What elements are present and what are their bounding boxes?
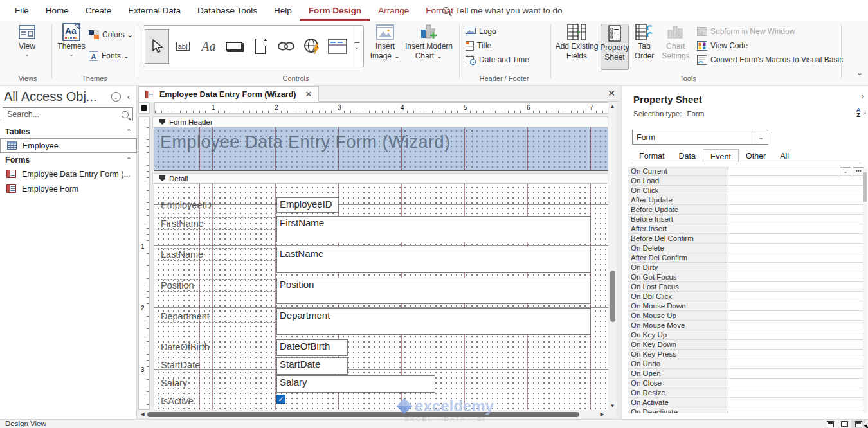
property-value-cell[interactable]	[728, 292, 865, 301]
property-name[interactable]: On Got Focus	[628, 272, 728, 281]
nav-item-employee-data-entry-form-[interactable]: Employee Data Entry Form (...	[0, 166, 137, 181]
property-value-cell[interactable]	[728, 272, 865, 281]
property-value-cell[interactable]	[728, 224, 865, 233]
menu-tab-form-design[interactable]: Form Design	[300, 0, 370, 21]
field-label-employeeid[interactable]: EmployeeID	[158, 199, 275, 211]
textbox-position[interactable]: Position	[276, 278, 591, 304]
property-name[interactable]: On Load	[628, 176, 728, 185]
add-existing-fields-button[interactable]: Add Existing Fields	[554, 23, 599, 60]
field-label-salary[interactable]: Salary	[158, 377, 275, 389]
property-value-cell[interactable]	[728, 330, 865, 339]
property-value-cell[interactable]	[728, 282, 865, 291]
property-value-cell[interactable]	[728, 407, 865, 413]
textbox-department[interactable]: Department	[276, 308, 591, 335]
property-value-cell[interactable]	[728, 195, 865, 204]
property-scrollbar[interactable]	[863, 168, 867, 413]
property-value-cell[interactable]	[728, 263, 865, 272]
property-name[interactable]: After Del Confirm	[628, 253, 728, 262]
form-header-canvas[interactable]: Employee Data Entry Form (Wizard)	[154, 127, 608, 171]
document-tab[interactable]: Employee Data Entry Form (Wizard) ✕	[138, 86, 319, 102]
colors-button[interactable]: Colors ⌄	[89, 29, 133, 40]
ruler-corner-button[interactable]	[138, 102, 150, 114]
textbox-employeeid[interactable]: EmployeeID	[276, 197, 339, 213]
textbox-salary[interactable]: Salary	[276, 375, 435, 393]
textbox-dateofbirth[interactable]: DateOfBirth	[276, 339, 348, 356]
field-label-isactive[interactable]: IsActive	[158, 395, 275, 407]
property-name[interactable]: After Insert	[628, 224, 728, 233]
header-title-control[interactable]: Employee Data Entry Form (Wizard)	[156, 129, 473, 168]
property-value-cell[interactable]	[728, 321, 865, 330]
property-name[interactable]: On Activate	[628, 398, 728, 407]
view-button[interactable]: View ⌄	[12, 23, 42, 56]
horizontal-scroll-thumb[interactable]	[147, 412, 579, 417]
hyperlink-tool[interactable]	[274, 29, 298, 64]
collapse-ribbon-button[interactable]: ⌄	[856, 68, 863, 77]
property-value-cell[interactable]	[728, 359, 865, 368]
detail-canvas[interactable]: EmployeeIDEmployeeIDFirstNameFirstNameLa…	[154, 184, 608, 410]
menu-tab-database-tools[interactable]: Database Tools	[189, 0, 266, 21]
property-value-cell[interactable]	[728, 186, 865, 195]
logo-button[interactable]: Logo	[466, 26, 496, 37]
vertical-ruler[interactable]: 123	[138, 116, 150, 410]
document-close-icon[interactable]: ✕	[608, 88, 615, 98]
menu-tab-external-data[interactable]: External Data	[120, 0, 189, 21]
property-scroll-thumb[interactable]	[863, 172, 867, 202]
property-value-cell[interactable]	[728, 379, 865, 388]
property-name[interactable]: On Close	[628, 379, 728, 388]
property-value-cell[interactable]	[728, 215, 865, 224]
panel-close-icon[interactable]: ›	[862, 91, 864, 101]
tell-me-search[interactable]: Tell me what you want to do	[442, 0, 563, 21]
nav-section-forms[interactable]: Forms⌃	[0, 153, 137, 166]
tab-other[interactable]: Other	[739, 150, 773, 163]
property-name[interactable]: On Deactivate	[628, 407, 728, 413]
property-value-cell[interactable]	[728, 311, 865, 320]
property-value-cell[interactable]	[728, 398, 865, 407]
tab-all[interactable]: All	[773, 150, 796, 163]
tab-control-tool[interactable]	[248, 29, 273, 64]
property-value-cell[interactable]	[728, 369, 865, 378]
tab-order-button[interactable]: Tab Order	[631, 23, 657, 60]
property-sheet-button[interactable]: Property Sheet	[601, 24, 629, 70]
select-tool[interactable]	[145, 29, 169, 64]
sort-az-icon[interactable]: AZ	[854, 107, 863, 118]
design-view-icon[interactable]	[851, 420, 865, 428]
property-value-cell[interactable]	[728, 244, 865, 253]
property-value-cell[interactable]	[728, 350, 865, 359]
property-name[interactable]: On Click	[628, 186, 728, 195]
property-value-cell[interactable]	[728, 253, 865, 262]
label-tool[interactable]: Aa	[196, 29, 221, 64]
object-selector-dropdown[interactable]: Form ⌄	[632, 130, 768, 145]
tab-data[interactable]: Data	[672, 150, 703, 163]
nav-item-employee-form[interactable]: Employee Form	[0, 181, 137, 196]
property-value-cell[interactable]	[728, 340, 865, 349]
field-label-startdate[interactable]: StartDate	[158, 359, 275, 371]
property-name[interactable]: Before Insert	[628, 215, 728, 224]
themes-button[interactable]: Aa Themes ⌄	[57, 23, 86, 56]
shutter-close-icon[interactable]: ‹	[127, 92, 130, 102]
property-name[interactable]: On Delete	[628, 244, 728, 253]
property-value-cell[interactable]	[728, 234, 865, 243]
property-name[interactable]: On Mouse Up	[628, 311, 728, 320]
nav-section-tables[interactable]: Tables⌃	[0, 125, 137, 138]
tab-event[interactable]: Event	[703, 149, 739, 162]
field-label-department[interactable]: Department	[158, 310, 275, 323]
form-view-icon[interactable]	[823, 420, 837, 428]
textbox-startdate[interactable]: StartDate	[276, 357, 348, 375]
menu-tab-home[interactable]: Home	[37, 0, 77, 21]
navigation-control-tool[interactable]	[325, 29, 350, 64]
field-label-firstname[interactable]: FirstName	[158, 217, 275, 230]
textbox-firstname[interactable]: FirstName	[276, 216, 591, 242]
property-value-cell[interactable]	[728, 176, 865, 185]
nav-item-employee[interactable]: Employee	[0, 138, 137, 153]
form-header-section-bar[interactable]: Form Header	[152, 116, 608, 127]
web-browser-tool[interactable]	[300, 29, 324, 64]
property-value-cell[interactable]	[728, 301, 865, 310]
controls-more-button[interactable]: ⌄	[350, 26, 363, 67]
property-value-cell[interactable]	[728, 388, 865, 397]
date-time-button[interactable]: Date and Time	[466, 54, 529, 66]
nav-menu-icon[interactable]: ⌄	[111, 92, 121, 102]
field-label-lastname[interactable]: LastName	[158, 248, 275, 261]
horizontal-scrollbar[interactable]: ◀ ▶	[138, 410, 617, 418]
property-value-cell[interactable]	[728, 205, 865, 214]
scroll-up-icon[interactable]: ▲	[608, 103, 617, 109]
